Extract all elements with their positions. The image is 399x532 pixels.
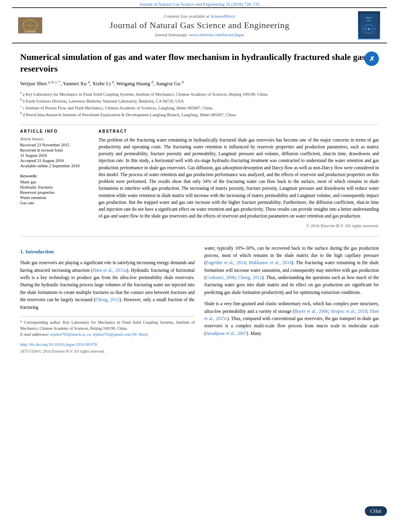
available-date: Available online 2 September 2016: [20, 164, 90, 168]
homepage-label: journal homepage: www.elsevier.com/locat…: [48, 32, 351, 37]
keyword-1: Shale gas: [20, 180, 90, 184]
journal-title-area: Contents lists available at ScienceDirec…: [48, 14, 351, 37]
ref-coskuner[interactable]: Coskuner, 2006: [206, 275, 235, 280]
doi-url[interactable]: http://dx.doi.org/10.1016/j.jngse.2016.0…: [20, 342, 97, 347]
keyword-2: Hydraulic fractures: [20, 185, 90, 189]
email-note: E-mail addresses: wjshen763@imech.ac.cn,…: [20, 331, 195, 337]
abstract-label: ABSTRACT: [99, 129, 379, 134]
crossmark-icon: ✗: [364, 51, 379, 66]
ref-strapoc[interactable]: Strapoc et al., 2010: [331, 309, 367, 314]
article-info-panel: ARTICLE INFO Article history: Received 2…: [20, 129, 90, 228]
journal-header: ELSEVIER Contents lists available at Sci…: [12, 7, 387, 43]
svg-text:ELSEVIER: ELSEVIER: [24, 31, 36, 33]
homepage-link[interactable]: www.elsevier.com/locate/jngse: [189, 32, 244, 37]
ref-makhanov[interactable]: Makhanov et al., 2014: [249, 260, 292, 265]
copyright-line: © 2016 Elsevier B.V. All rights reserved…: [99, 223, 379, 228]
footnote-area: * Corresponding author. Key Laboratory f…: [20, 316, 195, 337]
keywords-label: Keywords:: [20, 174, 90, 178]
ref-engelder[interactable]: Engelder et al., 2014: [206, 260, 246, 265]
introduction-section: 1. Introduction Shale gas reservoirs are…: [20, 244, 379, 355]
svg-point-12: [368, 28, 370, 30]
accepted-date: Accepted 31 August 2016: [20, 158, 90, 163]
received-date: Received 23 November 2015: [20, 143, 90, 147]
abstract-panel: ABSTRACT The problem of the fracturing w…: [99, 129, 379, 228]
sciencedirect-link[interactable]: ScienceDirect: [210, 14, 235, 18]
revised-form-label: Received in revised form: [20, 148, 90, 152]
sciencedirect-label: Contents lists available at ScienceDirec…: [48, 14, 351, 18]
keywords-section: Keywords: Shale gas Hydraulic fractures …: [20, 174, 90, 205]
abstract-text: The problem of the fracturing water rema…: [99, 137, 379, 220]
body-content: 1. Introduction Shale gas reservoirs are…: [20, 244, 379, 355]
ref-javadpour[interactable]: Javadpour et al., 2007: [206, 331, 247, 336]
corresponding-note: * Corresponding author. Key Laboratory f…: [20, 319, 195, 331]
article-info-abstract: ARTICLE INFO Article history: Received 2…: [20, 129, 379, 228]
email-link[interactable]: wjshen763@imech.ac.cn, wjshen763@gmail.c…: [50, 332, 149, 337]
article-info-label: ARTICLE INFO: [20, 129, 90, 134]
chat-button[interactable]: CHat: [365, 506, 387, 516]
issn-text: 1875-5100/© 2016 Elsevier B.V. All right…: [20, 348, 195, 355]
journal-citation: Journal of Natural Gas Science and Engin…: [139, 2, 259, 6]
keyword-3: Reservoir properties: [20, 190, 90, 195]
doi-link: http://dx.doi.org/10.1016/j.jngse.2016.0…: [20, 341, 195, 348]
svg-text:✗: ✗: [369, 55, 374, 62]
article-history-label: Article history:: [20, 137, 90, 141]
intro-col-right: water, typically 10%–50%, can be recover…: [204, 244, 379, 355]
chat-label[interactable]: CHat: [365, 506, 387, 516]
ref-cheng2012b[interactable]: Cheng, 2012: [238, 275, 262, 280]
article-title-section: Numerical simulation of gas and water fl…: [20, 51, 379, 74]
intro-col-left: 1. Introduction Shale gas reservoirs are…: [20, 244, 195, 355]
authors-line: Weijun Shen a, b, c, *, Yanmei Xu d, Xiz…: [20, 80, 379, 87]
main-content: Numerical simulation of gas and water fl…: [0, 43, 399, 363]
revised-date: 31 August 2016: [20, 153, 90, 158]
ref-boyer[interactable]: Boyer et al., 2006: [294, 309, 328, 314]
ref-cheng2012[interactable]: Cheng, 2012: [95, 297, 119, 302]
journal-title: Journal of Natural Gas Science and Engin…: [48, 20, 351, 31]
divider-line: [20, 125, 379, 125]
intro-heading: 1. Introduction: [20, 248, 195, 256]
crossmark-badge[interactable]: ✗: [364, 51, 379, 66]
ref-shen2015a[interactable]: Shen et al., 2015a: [93, 268, 127, 273]
divider-2: [20, 236, 379, 236]
article-title: Numerical simulation of gas and water fl…: [20, 51, 379, 74]
keyword-4: Water retention: [20, 195, 90, 200]
journal-cover-image: Natural Gas: [358, 11, 380, 39]
svg-text:Natural: Natural: [366, 17, 372, 19]
journal-cover-area: Natural Gas: [355, 11, 383, 39]
intro-paragraph-3: Shale is a very fine-grained and clastic…: [204, 300, 379, 337]
intro-paragraph-1: Shale gas reservoirs are playing a signi…: [20, 259, 195, 311]
elsevier-logo-area: ELSEVIER: [16, 17, 44, 33]
elsevier-image: ELSEVIER: [18, 17, 42, 33]
svg-text:Gas: Gas: [367, 20, 370, 22]
keyword-5: Gas rate: [20, 201, 90, 205]
intro-paragraph-2: water, typically 10%–50%, can be recover…: [204, 244, 379, 296]
affiliations: a a Key Laboratory for Mechanics in Flui…: [20, 90, 379, 118]
journal-banner: Journal of Natural Gas Science and Engin…: [0, 0, 399, 7]
